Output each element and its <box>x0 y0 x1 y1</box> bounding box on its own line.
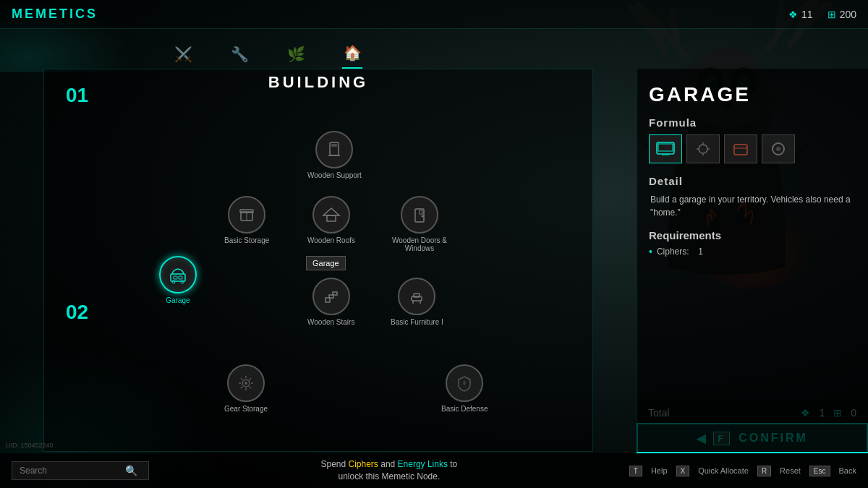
formula-title: Formula <box>649 116 856 129</box>
key-x: X <box>676 466 690 476</box>
tabs-row: ⚔️ 🔧 🌿 🏠 <box>43 29 492 69</box>
node-label-wooden-support: Wooden Support <box>307 171 362 179</box>
svg-point-44 <box>244 382 247 385</box>
hotbar-message: Spend Ciphers and Energy Links tounlock … <box>149 458 629 483</box>
node-gear-storage[interactable]: Gear Storage <box>224 364 268 413</box>
node-basic-defense[interactable]: Basic Defense <box>441 364 488 413</box>
svg-rect-39 <box>174 276 177 279</box>
req-bullet: • <box>649 246 652 257</box>
requirement-ciphers: • Ciphers: 1 <box>649 246 856 257</box>
tree-lines <box>44 69 261 178</box>
tab-building[interactable]: 🏠 <box>342 43 362 69</box>
node-wooden-roofs[interactable]: Wooden Roofs <box>307 196 355 244</box>
energy-stat: ⊞ 200 <box>827 9 856 20</box>
svg-rect-21 <box>331 144 337 147</box>
hotbar-keys: T Help X Quick Allocate R Reset Esc Back <box>629 466 856 476</box>
node-label-wooden-stairs: Wooden Stairs <box>307 318 354 326</box>
key-t: T <box>629 466 642 476</box>
search-box[interactable]: 🔍 <box>12 461 149 480</box>
formula-item-0[interactable] <box>649 134 682 163</box>
svg-point-29 <box>422 215 424 218</box>
node-circle-wooden-support <box>315 131 353 168</box>
svg-rect-49 <box>734 145 747 155</box>
garage-tooltip: Garage <box>306 256 346 270</box>
svg-marker-26 <box>323 208 339 215</box>
tools-icon: 🔧 <box>229 44 250 64</box>
node-circle-basic-furniture <box>398 278 435 315</box>
node-label-gear-storage: Gear Storage <box>224 405 268 413</box>
tab-nature[interactable]: 🌿 <box>286 44 306 69</box>
search-icon: 🔍 <box>125 465 137 476</box>
nature-icon: 🌿 <box>286 44 306 64</box>
key-esc-label: Back <box>839 466 856 475</box>
node-basic-storage[interactable]: Basic Storage <box>224 196 269 244</box>
right-panel: GARAGE Formula Detail Build a garage in … <box>637 69 868 452</box>
header: MEMETICS ❖ 11 ⊞ 200 <box>0 0 868 29</box>
node-wooden-stairs[interactable]: Wooden Stairs <box>307 278 354 326</box>
node-wooden-support[interactable]: Wooden Support <box>307 131 362 179</box>
header-stats: ❖ 11 ⊞ 200 <box>788 9 856 20</box>
node-label-basic-storage: Basic Storage <box>224 236 269 244</box>
svg-rect-33 <box>326 298 330 302</box>
uid-text: UID: 150452240 <box>6 442 54 449</box>
node-circle-basic-storage <box>228 196 265 234</box>
key-x-label: Quick Allocate <box>698 466 749 475</box>
node-label-wooden-doors: Wooden Doors & Windows <box>391 236 448 252</box>
formula-row <box>649 134 856 163</box>
svg-rect-47 <box>662 154 669 155</box>
node-garage-active[interactable]: Garage <box>159 256 197 304</box>
key-esc: Esc <box>809 466 830 476</box>
svg-rect-35 <box>414 294 420 297</box>
building-icon: 🏠 <box>342 43 362 63</box>
node-circle-wooden-doors <box>401 196 438 234</box>
tab-combat[interactable]: ⚔️ <box>173 44 193 69</box>
search-input[interactable] <box>20 466 121 476</box>
req-label: Ciphers: <box>657 247 694 257</box>
key-r-label: Reset <box>780 466 801 475</box>
req-value: 1 <box>698 247 703 257</box>
svg-rect-27 <box>327 215 336 221</box>
hotbar: 🔍 Spend Ciphers and Energy Links tounloc… <box>0 453 868 488</box>
main-area: BUILDING 01 02 Wooden Support <box>43 69 593 452</box>
formula-item-2[interactable] <box>724 134 757 163</box>
cipher-icon: ❖ <box>788 9 798 20</box>
node-wooden-doors[interactable]: Wooden Doors & Windows <box>391 196 448 252</box>
node-label-garage-active: Garage <box>166 296 190 304</box>
energy-count: 200 <box>840 9 856 20</box>
msg-line1-mid: and <box>378 459 398 469</box>
tab-tools[interactable]: 🔧 <box>229 44 250 69</box>
formula-item-1[interactable] <box>686 134 720 163</box>
detail-text: Build a garage in your territory. Vehicl… <box>649 193 856 219</box>
node-label-wooden-roofs: Wooden Roofs <box>307 236 355 244</box>
msg-energy: Energy Links <box>398 459 448 469</box>
combat-icon: ⚔️ <box>173 44 193 64</box>
panel-title: GARAGE <box>649 83 856 106</box>
svg-rect-38 <box>171 274 185 281</box>
svg-rect-40 <box>179 276 182 279</box>
detail-title: Detail <box>649 175 856 187</box>
msg-ciphers: Ciphers <box>349 459 378 469</box>
node-circle-garage-active <box>159 256 197 294</box>
node-basic-furniture[interactable]: Basic Furniture I <box>391 278 443 326</box>
node-circle-basic-defense <box>446 364 483 402</box>
energy-icon: ⊞ <box>827 9 836 20</box>
cipher-count: 11 <box>801 9 813 20</box>
requirements-title: Requirements <box>649 229 856 241</box>
node-circle-gear-storage <box>227 364 265 402</box>
svg-rect-46 <box>658 144 673 151</box>
node-label-basic-defense: Basic Defense <box>441 405 488 413</box>
formula-item-3[interactable] <box>762 134 795 163</box>
section-02-label: 02 <box>66 301 88 324</box>
msg-line1-pre: Spend <box>320 459 348 469</box>
key-t-label: Help <box>651 466 668 475</box>
node-label-basic-furniture: Basic Furniture I <box>391 318 443 326</box>
node-circle-wooden-stairs <box>312 278 350 315</box>
svg-point-52 <box>776 147 780 151</box>
node-circle-wooden-roofs <box>312 196 350 234</box>
key-r: R <box>757 466 771 476</box>
svg-rect-30 <box>420 210 422 214</box>
svg-point-48 <box>699 145 707 153</box>
app-title: MEMETICS <box>12 7 98 22</box>
ciphers-stat: ❖ 11 <box>788 9 813 20</box>
